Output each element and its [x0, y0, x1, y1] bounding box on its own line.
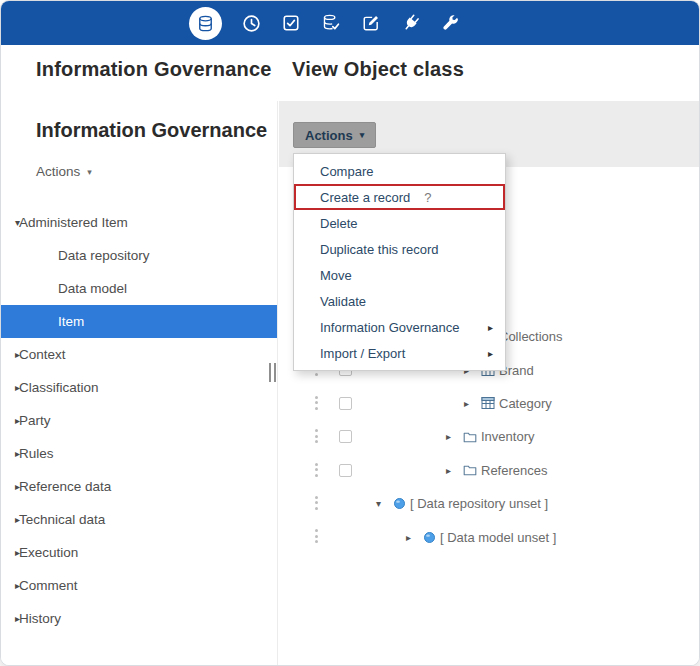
kebab-menu-icon[interactable]	[315, 396, 318, 410]
sidebar-item-context[interactable]: Context	[1, 338, 277, 371]
content-area: Actions ▾ Collections	[279, 101, 699, 665]
data-repository-icon	[393, 497, 406, 510]
task-check-icon[interactable]	[280, 12, 302, 34]
section-title: Information Governance	[36, 58, 272, 81]
sidebar-item-technical-data[interactable]: Technical data	[1, 503, 277, 536]
sidebar-actions-label: Actions	[36, 164, 80, 179]
row-checkbox[interactable]	[339, 397, 352, 410]
menu-item-duplicate-this-record[interactable]: Duplicate this record	[294, 236, 505, 262]
caret-right-icon[interactable]	[1, 481, 19, 492]
sidebar-actions-dropdown[interactable]: Actions ▾	[36, 164, 92, 179]
sidebar-item-label: Context	[19, 347, 66, 362]
actions-button-label: Actions	[305, 128, 353, 143]
sidebar-item-comment[interactable]: Comment	[1, 569, 277, 602]
menu-item-information-governance[interactable]: Information Governance▸	[294, 314, 505, 340]
menu-item-label: Delete	[320, 216, 358, 231]
sidebar-item-data-repository[interactable]: Data repository	[1, 239, 277, 272]
page-title: View Object class	[292, 58, 464, 81]
sidebar-item-reference-data[interactable]: Reference data	[1, 470, 277, 503]
sidebar-item-label: Administered Item	[19, 215, 128, 230]
menu-item-compare[interactable]: Compare	[294, 158, 505, 184]
row-label[interactable]: Category	[499, 396, 552, 411]
chevron-down-icon: ▾	[360, 130, 365, 140]
wrench-icon[interactable]	[440, 12, 462, 34]
menu-item-move[interactable]: Move	[294, 262, 505, 288]
menu-item-delete[interactable]: Delete	[294, 210, 505, 236]
row-label[interactable]: [ Data model unset ]	[440, 530, 556, 545]
kebab-menu-icon[interactable]	[315, 529, 318, 543]
folder-icon	[463, 430, 477, 444]
caret-down-icon[interactable]	[1, 217, 19, 228]
sidebar-nav-tree: Administered Item Data repository Data m…	[1, 206, 277, 635]
sidebar-item-label: Classification	[19, 380, 99, 395]
panel-resize-handle[interactable]	[269, 363, 276, 382]
caret-right-icon[interactable]	[1, 514, 19, 525]
sidebar-item-label: Rules	[19, 446, 54, 461]
submenu-arrow-icon: ▸	[488, 322, 493, 333]
sidebar-item-label: Data repository	[58, 248, 150, 263]
edit-check-icon[interactable]	[360, 12, 382, 34]
sidebar-item-party[interactable]: Party	[1, 404, 277, 437]
menu-item-validate[interactable]: Validate	[294, 288, 505, 314]
menu-item-label: Validate	[320, 294, 366, 309]
caret-right-icon[interactable]	[406, 532, 419, 543]
actions-menu: Compare Create a record ? Delete Duplica…	[293, 153, 506, 371]
plug-icon[interactable]	[400, 12, 422, 34]
sidebar-item-label: Party	[19, 413, 51, 428]
caret-right-icon[interactable]	[464, 398, 477, 409]
sidebar-item-rules[interactable]: Rules	[1, 437, 277, 470]
sidebar: Information Governance Actions ▾ Adminis…	[1, 101, 278, 665]
menu-item-create-a-record[interactable]: Create a record ?	[294, 184, 505, 210]
row-checkbox[interactable]	[339, 430, 352, 443]
table-row: Inventory	[279, 420, 699, 453]
sidebar-item-data-model[interactable]: Data model	[1, 272, 277, 305]
sidebar-item-execution[interactable]: Execution	[1, 536, 277, 569]
caret-right-icon[interactable]	[446, 431, 459, 442]
caret-right-icon[interactable]	[1, 580, 19, 591]
chevron-down-icon: ▾	[87, 167, 92, 177]
database-check-icon[interactable]	[320, 12, 342, 34]
menu-item-import-export[interactable]: Import / Export▸	[294, 340, 505, 366]
sidebar-item-label: History	[19, 611, 61, 626]
sidebar-item-classification[interactable]: Classification	[1, 371, 277, 404]
menu-item-label: Import / Export	[320, 346, 405, 361]
sidebar-item-item[interactable]: Item	[1, 305, 277, 338]
top-navigation-bar	[1, 1, 699, 45]
caret-right-icon[interactable]	[1, 547, 19, 558]
sidebar-item-label: Data model	[58, 281, 127, 296]
help-hint[interactable]: ?	[424, 190, 431, 205]
menu-item-label: Information Governance	[320, 320, 459, 335]
caret-right-icon[interactable]	[1, 382, 19, 393]
sidebar-item-label: Reference data	[19, 479, 111, 494]
sidebar-title: Information Governance	[36, 119, 277, 142]
actions-button[interactable]: Actions ▾	[293, 122, 376, 148]
sidebar-item-history[interactable]: History	[1, 602, 277, 635]
menu-item-label: Move	[320, 268, 352, 283]
caret-right-icon[interactable]	[446, 465, 459, 476]
table-row: [ Data repository unset ]	[279, 487, 699, 520]
sidebar-item-label: Technical data	[19, 512, 105, 527]
row-checkbox[interactable]	[339, 464, 352, 477]
caret-down-icon[interactable]	[376, 498, 389, 509]
top-nav-icons	[189, 1, 462, 45]
sidebar-item-administered-item[interactable]: Administered Item	[1, 206, 277, 239]
kebab-menu-icon[interactable]	[315, 463, 318, 477]
row-label[interactable]: References	[481, 463, 547, 478]
app-window: Information Governance View Object class…	[0, 0, 700, 666]
database-icon[interactable]	[189, 7, 222, 40]
folder-icon	[463, 463, 477, 477]
kebab-menu-icon[interactable]	[315, 496, 318, 510]
clock-icon[interactable]	[240, 12, 262, 34]
row-label[interactable]: [ Data repository unset ]	[410, 496, 548, 511]
kebab-menu-icon[interactable]	[315, 429, 318, 443]
table-row: References	[279, 454, 699, 487]
caret-right-icon[interactable]	[1, 415, 19, 426]
caret-right-icon[interactable]	[1, 349, 19, 360]
row-label[interactable]: Collections	[499, 329, 563, 344]
caret-right-icon[interactable]	[1, 448, 19, 459]
table-icon	[481, 396, 495, 410]
caret-right-icon[interactable]	[1, 613, 19, 624]
row-label[interactable]: Inventory	[481, 429, 534, 444]
sidebar-item-label: Execution	[19, 545, 78, 560]
menu-item-label: Duplicate this record	[320, 242, 439, 257]
